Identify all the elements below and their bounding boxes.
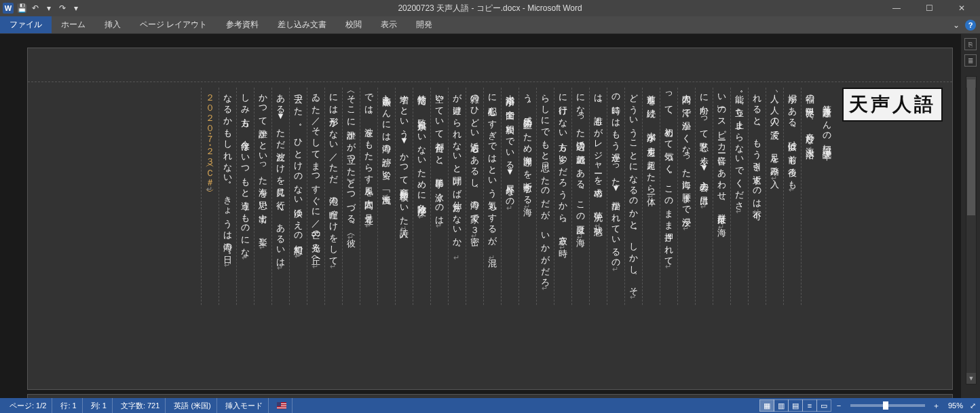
text-column[interactable]: れると︑もう引き返すのは不可↵ bbox=[748, 88, 766, 305]
page[interactable]: 天声人語 筒井康隆さんの短編小説﹁幸↵福の限界﹂に︑奇妙な海水浴↵場がある︒砂浜… bbox=[27, 48, 953, 390]
text-column[interactable]: 禁物だ︒監視員がいないために危険度が↵ bbox=[413, 88, 430, 305]
text-column[interactable]: い﹂のスピーカー音にあわせ︑群衆は海↵ bbox=[713, 88, 730, 305]
paragraph-mark-icon: ↵ bbox=[664, 262, 673, 272]
text-column[interactable]: は︑誰もがレジャーを求め︑芋洗い状態↵ bbox=[589, 88, 607, 305]
text-column[interactable]: 人︑人︑人の波で︑足を踏み入↵ bbox=[766, 88, 783, 305]
qat-dropdown-1-icon[interactable]: ▾ bbox=[43, 3, 54, 14]
text-column[interactable]: に心配しすぎではという気もするが︑混↵ bbox=[483, 88, 501, 305]
text-column[interactable]: かつて誰かといった海を思い出す︒楽し↵ bbox=[254, 88, 271, 305]
text-column[interactable]: 去つた ︒ひとけのない浜ゆえの幻想で↵ bbox=[289, 88, 307, 305]
text-column[interactable]: では︑波をもたらす風を人間に見立て↵ bbox=[360, 88, 377, 305]
view-outline[interactable]: ≡ bbox=[802, 399, 817, 412]
undo-icon[interactable]: ↶ bbox=[30, 3, 41, 14]
redo-icon[interactable]: ↷ bbox=[57, 3, 68, 14]
paragraph-mark-icon: ↵ bbox=[647, 192, 655, 202]
paragraph-mark-icon: ↵ bbox=[541, 284, 549, 294]
text-column[interactable]: に向かって黙々と歩く▼主人公の男は↵ bbox=[695, 88, 713, 305]
tab-mailings[interactable]: 差し込み文書 bbox=[268, 16, 336, 33]
status-language[interactable]: 英語 (米国) bbox=[168, 398, 216, 413]
text-column[interactable]: って︑初めて気づく︒このまま押されて↵ bbox=[660, 88, 677, 305]
text-column[interactable]: には形がない／ただ 泡の瞳だけをして↵ bbox=[324, 88, 342, 305]
scroll-thumb[interactable] bbox=[967, 79, 975, 215]
vertical-scrollbar[interactable]: ▲ ▼ bbox=[966, 76, 977, 384]
tab-file[interactable]: ファイル bbox=[0, 16, 52, 33]
article-date[interactable]: ２０２０・７・２３（Ｃ＃）↵ bbox=[201, 88, 219, 305]
text-column[interactable]: らしにでもと思ったのだが︑いかがだろ↵ bbox=[536, 88, 554, 305]
ribbon-expand-icon[interactable]: ⌄ bbox=[953, 20, 960, 30]
text-column[interactable]: ある▼ただ波だけを見に行く︒あるいは↵ bbox=[271, 88, 289, 305]
minimize-button[interactable]: — bbox=[881, 0, 912, 16]
paragraph-mark-icon: ↵ bbox=[788, 185, 796, 196]
tab-review[interactable]: 校閲 bbox=[336, 16, 371, 33]
tab-developer[interactable]: 開発 bbox=[407, 16, 442, 33]
help-icon[interactable]: ? bbox=[965, 20, 976, 31]
status-page[interactable]: ページ: 1/2 bbox=[4, 398, 52, 413]
paragraph-mark-icon: ↵ bbox=[700, 202, 708, 213]
ruler-toggle-icon[interactable]: ⎘ bbox=[964, 38, 977, 50]
text-column[interactable]: 福の限界﹂に︑奇妙な海水浴↵ bbox=[801, 88, 818, 305]
app-icon[interactable]: W bbox=[3, 3, 14, 14]
qat-dropdown-2-icon[interactable]: ▾ bbox=[71, 3, 81, 14]
close-button[interactable]: ✕ bbox=[946, 0, 977, 16]
save-icon[interactable]: 💾 bbox=[16, 3, 27, 14]
page-body[interactable]: 天声人語 筒井康隆さんの短編小説﹁幸↵福の限界﹂に︑奇妙な海水浴↵場がある︒砂浜… bbox=[28, 82, 952, 389]
text-column[interactable]: 人間の汗で温かくなった海に腰まで浸か↵ bbox=[677, 88, 695, 305]
text-column[interactable]: の時にはもう遅かった▼描かれているの↵ bbox=[607, 88, 624, 305]
maximize-button[interactable]: ☐ bbox=[913, 0, 945, 16]
text-column[interactable]: なるかもしれない︒きょうは海の日︒↵ bbox=[219, 88, 236, 305]
scroll-down-button[interactable]: ▼ bbox=[966, 373, 976, 384]
status-col[interactable]: 列: 1 bbox=[86, 398, 113, 413]
paragraph-mark-icon: ↵ bbox=[294, 252, 302, 262]
next-page-edge bbox=[27, 394, 953, 398]
text-column[interactable]: ︿そこに誰かが立つた︾とつづる︒︿彼↵ bbox=[342, 88, 360, 305]
zoom-level[interactable]: 95% bbox=[948, 401, 963, 410]
tab-references[interactable]: 参考資料 bbox=[216, 16, 268, 33]
tab-insert[interactable]: 挿入 bbox=[95, 16, 130, 33]
paragraph-mark-icon: ↵ bbox=[523, 202, 531, 213]
text-column[interactable]: 水浴場が全国で相次いでいる▼屋外なの↵ bbox=[501, 88, 519, 305]
zoom-out-button[interactable]: − bbox=[834, 401, 844, 410]
tab-view[interactable]: 表示 bbox=[371, 16, 407, 33]
tab-home[interactable]: ホーム bbox=[52, 16, 95, 33]
text-column[interactable]: ゐた／そしてまつすぐに／芒の光る丘へ↵ bbox=[307, 88, 324, 305]
status-chars[interactable]: 文字数: 721 bbox=[115, 398, 166, 413]
status-line[interactable]: 行: 1 bbox=[55, 398, 82, 413]
paragraph-mark-icon: ↵ bbox=[312, 262, 320, 272]
text-column[interactable]: しみ方も︑今年はいつもと違うものにな↵ bbox=[236, 88, 254, 305]
text-column[interactable]: 雑のひどい浜辺もあるし︑海の家で３密↵ bbox=[466, 88, 483, 305]
paragraph-mark-icon: ↵ bbox=[823, 146, 831, 156]
expand-view-icon[interactable]: ⤢ bbox=[970, 401, 976, 410]
zoom-knob[interactable] bbox=[883, 401, 888, 410]
paragraph-mark-icon: ↵ bbox=[259, 243, 267, 253]
text-column[interactable]: になった浜辺の戯画である︒この夏は海↵ bbox=[571, 88, 589, 305]
view-web[interactable]: ▤ bbox=[788, 399, 803, 412]
paragraph-mark-icon: ↵ bbox=[682, 224, 690, 234]
text-column[interactable]: が避けられないと聞けば仕方がないか︒↵ bbox=[448, 88, 466, 305]
text-column[interactable]: 増すという▼かつて商船学校にいた詩人↵ bbox=[395, 88, 413, 305]
view-draft[interactable]: ▭ bbox=[816, 399, 831, 412]
text-column[interactable]: 丸山薫さんには海の詩が多い︒﹁海風﹂↵ bbox=[377, 88, 395, 305]
text-column[interactable]: 空いていて都合だと︑勝手に泳ぐのは↵ bbox=[430, 88, 448, 305]
view-full-read[interactable]: ▥ bbox=[774, 399, 789, 412]
paragraph-mark-icon: ↵ bbox=[435, 221, 443, 232]
zoom-in-button[interactable]: ＋ bbox=[932, 401, 941, 411]
paragraph-mark-icon: ↵ bbox=[753, 207, 761, 217]
zoom-slider[interactable] bbox=[850, 404, 925, 407]
text-column[interactable]: に行けない方も多いだろうから︑寂さ時↵ bbox=[554, 88, 571, 305]
text-column[interactable]: 場がある︒砂浜は前も後ろも↵ bbox=[783, 88, 801, 305]
tab-layout[interactable]: ページ レイアウト bbox=[130, 16, 216, 33]
paragraph-mark-icon: ↵ bbox=[276, 264, 284, 274]
text-column[interactable]: どういうことになるのかと︒しかし︑そ↵ bbox=[624, 88, 642, 305]
text-column[interactable]: 筒井康隆さんの短編小説﹁幸↵ bbox=[818, 88, 835, 305]
ribbon-tabs: ファイル ホーム 挿入 ページ レイアウト 参考資料 差し込み文書 校閲 表示 … bbox=[0, 16, 980, 34]
text-column[interactable]: 能︒﹁立ち止まらないでくださ↵ bbox=[730, 88, 748, 305]
status-flag[interactable] bbox=[271, 398, 293, 413]
text-column[interactable]: 前進を続け︑水深が肩丈を超えたら一体↵ bbox=[642, 88, 660, 305]
view-print-layout[interactable]: ▦ bbox=[759, 399, 774, 412]
status-insert-mode[interactable]: 挿入モード bbox=[220, 398, 269, 413]
gutter-icon-2[interactable]: ≣ bbox=[964, 54, 977, 67]
paragraph-mark-icon: ↵ bbox=[453, 253, 461, 264]
paragraph-mark-icon: ↵ bbox=[559, 243, 567, 253]
text-column[interactable]: う︒感染防止のため海開きを断念する海↵ bbox=[519, 88, 536, 305]
page-top-margin bbox=[28, 48, 952, 82]
